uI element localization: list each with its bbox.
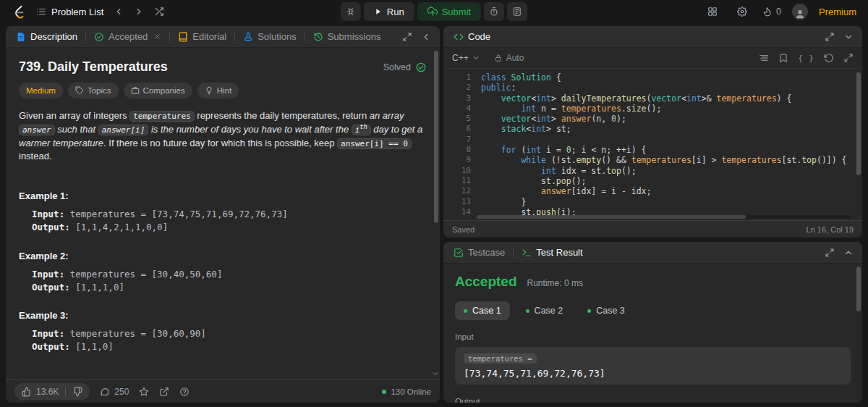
code-editor[interactable]: 1234567891011121314 class Solution {publ… [443,69,862,220]
language-selector[interactable]: C++ [452,53,480,63]
description-panel: Description Accepted Editorial Solutions [6,26,440,403]
tab-submissions[interactable]: Submissions [312,31,383,42]
language-label: C++ [452,53,469,63]
tab-testcase[interactable]: Testcase [452,247,506,258]
help-button[interactable] [179,387,190,397]
flame-icon [762,7,773,17]
leetcode-logo-icon [12,4,26,19]
topics-label: Topics [88,86,111,95]
companies-badge[interactable]: Companies [124,83,192,98]
like-button[interactable]: 13.6K [22,387,59,397]
description-scrollbar[interactable] [434,51,438,223]
reset-icon [824,53,834,63]
auto-save-indicator: Auto [494,53,524,63]
scroll-down-button[interactable] [431,369,440,378]
collapse-test-button[interactable] [843,248,854,258]
next-problem-button[interactable] [129,3,148,20]
settings-button[interactable] [733,3,752,20]
run-button[interactable]: Run [364,2,414,21]
difficulty-badge[interactable]: Medium [19,83,63,98]
case-tab[interactable]: Case 2 [517,301,572,320]
thumbs-up-icon [22,387,32,397]
book-icon [178,32,188,42]
input-value: [73,74,75,71,69,72,76,73] [464,368,842,379]
tab-description[interactable]: Description [14,31,79,42]
bookmark-button[interactable] [778,53,788,63]
debug-button[interactable] [341,2,361,21]
vote-group: 13.6K [14,383,90,400]
avatar[interactable] [792,4,808,20]
streak-counter[interactable]: 0 [762,7,781,17]
expand-code-button[interactable] [825,32,835,42]
input-variable-chip: temperatures = [464,353,537,364]
tab-code[interactable]: Code [452,31,492,42]
reset-code-button[interactable] [824,53,834,63]
gear-icon [737,7,747,17]
share-button[interactable] [159,387,169,397]
tab-accepted[interactable]: Accepted [93,31,163,42]
saved-status: Saved [452,225,475,234]
topics-badge[interactable]: Topics [68,83,119,98]
line-numbers: 1234567891011121314 [443,72,471,220]
chevron-down-icon [472,54,480,62]
timer-button[interactable] [484,2,504,21]
case-tab[interactable]: Case 3 [579,301,634,320]
editor-scrollbar[interactable] [856,72,861,175]
favorite-button[interactable] [139,387,149,397]
collapse-code-button[interactable] [843,32,854,42]
lightbulb-icon [205,86,213,95]
divider [234,33,235,41]
expand-icon [402,32,412,42]
case-passed-dot-icon [587,309,591,313]
format-code-button[interactable] [759,53,769,63]
note-icon [512,7,522,17]
comments-button[interactable]: 250 [100,387,129,397]
snippets-button[interactable]: { } [798,54,814,63]
tab-solutions[interactable]: Solutions [242,31,297,42]
tab-code-label: Code [468,31,490,42]
submit-label: Submit [442,7,471,17]
prev-problem-button[interactable] [109,3,128,20]
play-icon [374,7,383,16]
expand-description-button[interactable] [402,32,412,42]
divider [65,387,66,395]
auto-label: Auto [506,53,524,63]
close-icon[interactable] [153,33,161,41]
test-scrollbar[interactable] [856,267,861,311]
notes-button[interactable] [507,2,527,21]
submit-button[interactable]: Submit [417,2,481,21]
output-label: Output [455,397,851,403]
hint-badge[interactable]: Hint [197,83,239,98]
braces-icon: { } [798,54,814,63]
format-icon [759,53,769,63]
layout-button[interactable] [703,3,722,20]
expand-test-button[interactable] [825,248,835,258]
hint-label: Hint [217,86,231,95]
collapse-description-button[interactable] [421,32,431,42]
leetcode-logo[interactable] [7,4,30,19]
lock-icon [494,54,503,62]
fullscreen-editor-button[interactable] [843,53,854,63]
divider [305,33,305,41]
test-tabbar: Testcase Test Result [443,242,862,264]
chevron-down-icon [843,32,854,42]
problem-title: 739. Daily Temperatures [19,59,168,75]
tab-test-result[interactable]: Test Result [520,247,584,258]
premium-button[interactable]: Premium [819,7,856,17]
dislike-button[interactable] [72,387,82,397]
editor-hscrollbar-thumb[interactable] [477,215,746,219]
timer-icon [489,7,499,17]
comment-icon [100,387,110,397]
random-problem-button[interactable] [150,3,169,20]
test-panel: Testcase Test Result Accepted Runtime: 0… [443,242,862,403]
editor-hscrollbar[interactable] [477,215,851,219]
case-tabs: Case 1Case 2Case 3 [455,301,851,320]
bug-icon [346,7,356,17]
tab-editorial[interactable]: Editorial [176,31,228,42]
result-status: Accepted [455,274,517,290]
chevron-left-icon [421,32,431,42]
code-tabbar: Code [443,26,862,48]
case-tab[interactable]: Case 1 [455,301,510,320]
problem-list-button[interactable]: Problem List [32,4,108,20]
input-box[interactable]: temperatures = [73,74,75,71,69,72,76,73] [455,347,851,385]
